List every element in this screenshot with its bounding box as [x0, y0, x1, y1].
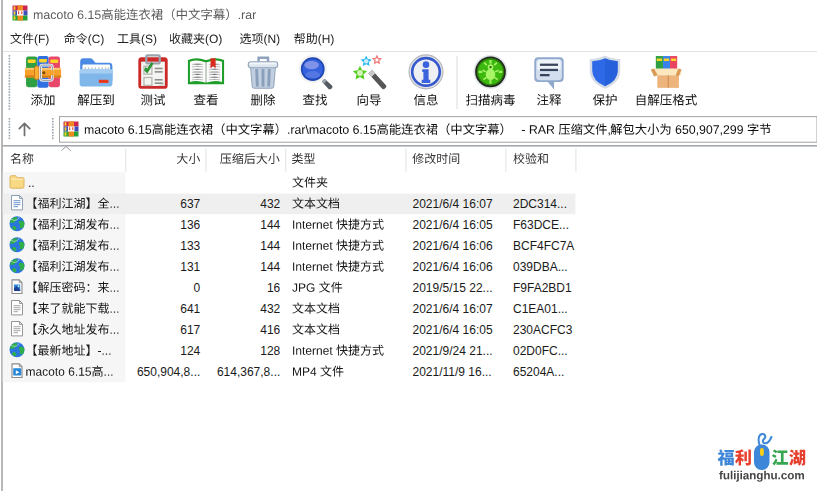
svg-text:2021/6/4 16:05: 2021/6/4 16:05: [413, 323, 493, 337]
svg-text:144: 144: [260, 239, 280, 253]
svg-text:0: 0: [194, 281, 201, 295]
svg-text:144: 144: [260, 218, 280, 232]
svg-text:131: 131: [180, 260, 200, 274]
svg-text:124: 124: [180, 344, 200, 358]
svg-text:144: 144: [260, 260, 280, 274]
svg-text:2021/9/24 21...: 2021/9/24 21...: [413, 344, 493, 358]
svg-text:F63DCE...: F63DCE...: [513, 218, 569, 232]
svg-text:617: 617: [180, 323, 200, 337]
svg-text:614,367,8...: 614,367,8...: [217, 365, 280, 379]
svg-text:650,904,8...: 650,904,8...: [137, 365, 200, 379]
svg-text:128: 128: [260, 344, 280, 358]
svg-text:136: 136: [180, 218, 200, 232]
svg-text:C1EA01...: C1EA01...: [513, 302, 568, 316]
svg-text:230ACFC3: 230ACFC3: [513, 323, 573, 337]
svg-text:02D0FC...: 02D0FC...: [513, 344, 568, 358]
svg-text:637: 637: [180, 197, 200, 211]
svg-text:F9FA2BD1: F9FA2BD1: [513, 281, 572, 295]
svg-text:2021/11/9 16...: 2021/11/9 16...: [413, 365, 492, 379]
svg-text:641: 641: [180, 302, 200, 316]
svg-text:2019/5/15 22...: 2019/5/15 22...: [413, 281, 493, 295]
svg-text:432: 432: [260, 302, 280, 316]
svg-text:2021/6/4 16:06: 2021/6/4 16:06: [413, 260, 493, 274]
svg-text:133: 133: [180, 239, 200, 253]
svg-text:BCF4FC7A: BCF4FC7A: [513, 239, 574, 253]
svg-text:2021/6/4 16:07: 2021/6/4 16:07: [413, 197, 493, 211]
svg-text:416: 416: [260, 323, 280, 337]
svg-text:2021/6/4 16:05: 2021/6/4 16:05: [413, 218, 493, 232]
svg-text:039DBA...: 039DBA...: [513, 260, 568, 274]
svg-text:2DC314...: 2DC314...: [513, 197, 567, 211]
svg-text:2021/6/4 16:07: 2021/6/4 16:07: [413, 302, 493, 316]
svg-text:2021/6/4 16:06: 2021/6/4 16:06: [413, 239, 493, 253]
svg-text:432: 432: [260, 197, 280, 211]
svg-text:16: 16: [267, 281, 281, 295]
svg-text:..: ..: [28, 176, 35, 190]
svg-text:65204A...: 65204A...: [513, 365, 564, 379]
